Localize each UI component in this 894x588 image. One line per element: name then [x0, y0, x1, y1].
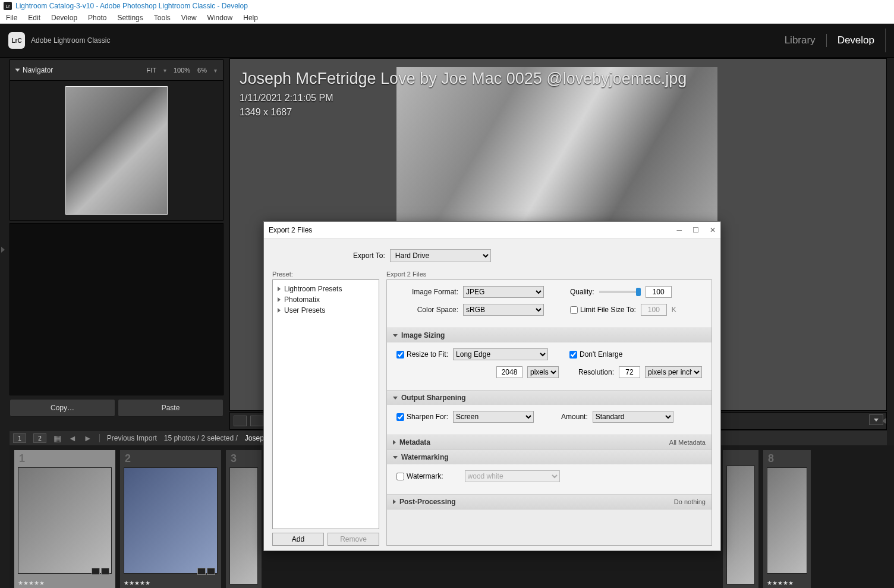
photo-datetime: 1/11/2021 2:11:05 PM [240, 93, 687, 103]
export-settings-scroll[interactable]: Image Format: JPEG Quality: Color Space: [386, 279, 712, 546]
softproof-toggle[interactable] [869, 414, 883, 425]
dont-enlarge-check[interactable]: Don't Enlarge [569, 350, 622, 359]
photo-filename: Joseph McFetridge Love by Joe Mac 0025 @… [240, 70, 687, 88]
nav-6[interactable]: 6% [197, 67, 207, 74]
menu-help[interactable]: Help [243, 14, 258, 22]
resize-size-input[interactable] [496, 366, 522, 378]
preset-item[interactable]: Lightroom Presets [275, 284, 376, 294]
thumb-2[interactable]: 2 ★★★★★ [120, 450, 221, 588]
module-picker-bar: LrC Adobe Lightroom Classic Library Deve… [0, 24, 894, 58]
thumb-3[interactable]: 3 [226, 450, 262, 588]
window-titlebar: Lr Lightroom Catalog-3-v10 - Adobe Photo… [0, 0, 894, 12]
left-panel-toggle-icon[interactable] [0, 238, 6, 262]
preset-item[interactable]: User Presets [275, 305, 376, 316]
screen-1[interactable]: 1 [13, 433, 26, 443]
screen-2[interactable]: 2 [33, 433, 46, 443]
chevron-down-icon [393, 334, 398, 337]
resize-check[interactable]: Resize to Fit: [396, 350, 448, 359]
nav-zoom-chevron[interactable]: ▾ [214, 67, 217, 74]
menu-photo[interactable]: Photo [88, 14, 106, 22]
module-divider-end [885, 29, 886, 52]
quality-input[interactable] [646, 286, 672, 298]
thumb-index: 8 [763, 450, 811, 467]
thumb-partial[interactable] [723, 450, 758, 588]
nav-fit[interactable]: FIT [146, 67, 156, 74]
navigator-preview[interactable] [10, 81, 224, 221]
thumb-stars[interactable]: ★★★★★ [18, 580, 45, 586]
section-title: Post-Processing [399, 498, 456, 506]
nav-back-icon[interactable]: ◄ [68, 433, 77, 443]
limit-size-check[interactable]: Limit File Size To: [570, 306, 636, 314]
module-library[interactable]: Library [785, 34, 816, 46]
sharpen-checkbox[interactable] [396, 413, 404, 421]
preset-list[interactable]: Lightroom Presets Photomatix User Preset… [272, 279, 379, 529]
remove-preset-button: Remove [328, 533, 379, 546]
metadata-summary: All Metadata [669, 439, 706, 446]
quality-slider[interactable] [599, 291, 641, 293]
watermark-check[interactable]: Watermark: [396, 472, 443, 480]
thumb-index: 1 [14, 450, 115, 467]
resolution-input[interactable] [619, 366, 640, 378]
quality-label: Quality: [570, 288, 594, 296]
nav-fit-chevron[interactable]: ▾ [163, 67, 166, 74]
section-post-processing[interactable]: Post-Processing Do nothing [387, 495, 712, 509]
resize-method-select[interactable]: Long Edge [453, 348, 548, 360]
chevron-right-icon [278, 287, 281, 291]
menu-tools[interactable]: Tools [154, 14, 171, 22]
chevron-down-icon [15, 69, 20, 72]
dialog-titlebar[interactable]: Export 2 Files ─ ☐ ✕ [264, 222, 720, 238]
nav-100[interactable]: 100% [174, 67, 190, 74]
resolution-unit-select[interactable]: pixels per inch [645, 366, 702, 378]
menu-develop[interactable]: Develop [51, 14, 77, 22]
dont-enlarge-checkbox[interactable] [569, 351, 577, 359]
menu-edit[interactable]: Edit [28, 14, 40, 22]
source-label[interactable]: Previous Import [107, 434, 157, 442]
menu-settings[interactable]: Settings [117, 14, 143, 22]
navigator-header[interactable]: Navigator FIT▾ 100% 6%▾ [10, 59, 224, 81]
nav-fwd-icon[interactable]: ► [84, 433, 92, 443]
color-space-select[interactable]: sRGB [463, 304, 544, 316]
preset-label: Preset: [272, 271, 379, 278]
menu-view[interactable]: View [181, 14, 197, 22]
menu-window[interactable]: Window [207, 14, 233, 22]
maximize-icon[interactable]: ☐ [692, 226, 699, 234]
chevron-right-icon [393, 440, 396, 445]
left-panel-lower [10, 223, 224, 395]
app-icon: Lr [4, 2, 12, 10]
section-image-sizing[interactable]: Image Sizing [387, 328, 712, 342]
sharpen-for-select[interactable]: Screen [453, 411, 534, 423]
add-preset-button[interactable]: Add [272, 533, 324, 546]
paste-button[interactable]: Paste [118, 399, 224, 417]
menu-file[interactable]: File [6, 14, 17, 22]
badge-icon [197, 568, 206, 575]
thumb-8[interactable]: 8 ★★★★★ [763, 450, 811, 588]
limit-size-checkbox[interactable] [570, 306, 578, 314]
lrc-logo: LrC [8, 32, 25, 49]
resize-checkbox[interactable] [396, 351, 404, 359]
thumb-image [18, 467, 112, 574]
loupe-view-icon[interactable] [234, 416, 247, 426]
image-format-select[interactable]: JPEG [463, 286, 544, 298]
limit-size-input [641, 304, 667, 316]
copy-button[interactable]: Copy… [10, 399, 115, 417]
section-output-sharpening[interactable]: Output Sharpening [387, 391, 712, 405]
before-after-icon[interactable] [250, 416, 263, 426]
thumb-stars[interactable]: ★★★★★ [767, 580, 794, 586]
thumb-stars[interactable]: ★★★★★ [124, 580, 150, 586]
thumb-image [726, 466, 755, 584]
preset-item[interactable]: Photomatix [275, 294, 376, 305]
sharpen-check[interactable]: Sharpen For: [396, 413, 448, 421]
watermark-checkbox[interactable] [396, 473, 404, 480]
resize-unit-select[interactable]: pixels [527, 366, 559, 378]
close-icon[interactable]: ✕ [710, 226, 716, 234]
thumb-1[interactable]: 1 ★★★★★ [14, 450, 115, 588]
thumb-image [767, 467, 807, 574]
amount-select[interactable]: Standard [593, 411, 673, 423]
export-to-select[interactable]: Hard Drive [390, 249, 491, 262]
module-develop[interactable]: Develop [838, 34, 874, 46]
section-metadata[interactable]: Metadata All Metadata [387, 435, 712, 449]
grid-icon[interactable]: ▦ [53, 433, 61, 443]
minimize-icon[interactable]: ─ [676, 226, 682, 234]
section-watermarking[interactable]: Watermarking [387, 450, 712, 464]
thumb-image [124, 467, 218, 574]
